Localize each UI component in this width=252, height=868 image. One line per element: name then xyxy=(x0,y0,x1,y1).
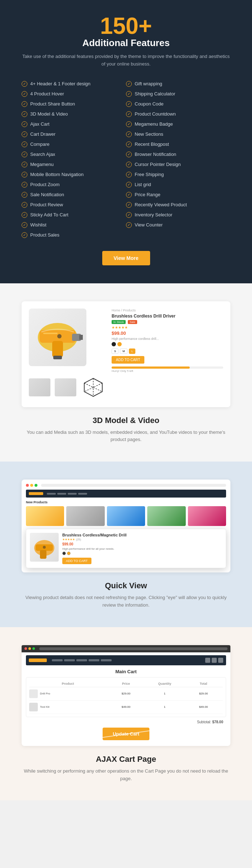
size-option-selected[interactable]: L xyxy=(129,348,135,354)
quickview-desc: Viewing product details does not need re… xyxy=(22,594,230,609)
feature-label: Cursor Pointer Design xyxy=(135,162,181,167)
feature-item: ✓ Recent Blogpost xyxy=(126,139,230,149)
check-icon: ✓ xyxy=(22,162,27,167)
view-more-button[interactable]: View More xyxy=(102,251,150,265)
modal-content: Brushless Cordless/Magnetic Drill ★★★★★ … xyxy=(62,533,222,564)
features-title: Additional Features xyxy=(22,37,230,49)
feature-item: ✓ Coupon Code xyxy=(126,99,230,109)
feature-item: ✓ Cursor Pointer Design xyxy=(126,159,230,170)
feature-label: Shipping Calculator xyxy=(135,91,175,96)
feature-item: ✓ Product Sales xyxy=(22,230,126,240)
modal-title: Brushless Cordless/Magnetic Drill xyxy=(62,533,222,537)
search-icon xyxy=(205,658,210,663)
feature-label: Ajax Cart xyxy=(30,121,49,127)
check-icon: ✓ xyxy=(126,101,132,107)
feature-item: ✓ Search Ajax xyxy=(22,149,126,159)
color-dot-black[interactable] xyxy=(112,342,116,346)
color-option[interactable] xyxy=(67,552,71,555)
cart-table: Product Price Quantity Total Drill Pro $… xyxy=(26,677,226,717)
cart-item-image xyxy=(29,689,38,698)
check-icon: ✓ xyxy=(22,222,27,228)
col-price: Price xyxy=(107,682,145,685)
feature-item: ✓ Product Countdown xyxy=(126,109,230,119)
feature-item: ✓ Mobile Bottom Navigation xyxy=(22,170,126,180)
feature-item: ✓ List grid xyxy=(126,180,230,190)
product-desc-mini: High performance cordless drill... xyxy=(112,337,223,341)
size-option[interactable]: M xyxy=(120,348,127,354)
nav-item xyxy=(57,493,66,495)
feature-label: Browser Notification xyxy=(135,152,176,157)
cart-page-title: Main Cart xyxy=(26,669,226,674)
store-logo xyxy=(29,658,47,662)
check-icon: ✓ xyxy=(22,101,27,107)
minimize-dot xyxy=(30,484,33,487)
cart-subtotal: Subtotal: $78.00 xyxy=(26,720,226,724)
check-icon: ✓ xyxy=(22,152,27,157)
feature-item: ✓ Megamenu xyxy=(22,159,126,170)
size-option[interactable]: S xyxy=(112,348,118,354)
logo-bar xyxy=(29,492,43,495)
feature-label: Recently Viewed Product xyxy=(135,202,187,207)
feature-label: Sticky Add To Cart xyxy=(30,212,68,217)
color-dot-yellow[interactable] xyxy=(117,342,122,346)
feature-label: Mobile Bottom Navigation xyxy=(30,172,84,177)
feature-label: Compare xyxy=(30,141,49,147)
feature-label: Wishlist xyxy=(30,222,46,228)
features-desc: Take use of the additional features prov… xyxy=(22,53,230,68)
nav-item xyxy=(47,493,56,495)
feature-label: Sale Notification xyxy=(30,192,64,197)
cart-item-qty: 1 xyxy=(145,705,184,709)
model-section-desc: You can add Media such as 3D models, emb… xyxy=(22,429,230,444)
color-option[interactable] xyxy=(62,552,66,555)
feature-item: ✓ 4 Product Hover xyxy=(22,89,126,99)
check-icon: ✓ xyxy=(22,121,27,127)
feature-item: ✓ Product Zoom xyxy=(22,180,126,190)
col-qty: Quantity xyxy=(145,682,184,685)
ajax-browser-bar xyxy=(22,645,230,652)
close-dot xyxy=(26,484,29,487)
nav-item xyxy=(52,659,63,661)
add-to-cart-button[interactable]: ADD TO CART xyxy=(112,356,144,364)
modal-add-to-cart-button[interactable]: ADD TO CART xyxy=(62,558,91,564)
check-icon: ✓ xyxy=(126,81,132,87)
breadcrumb: Home / Products xyxy=(112,309,223,312)
update-cart-button[interactable]: Update Cart xyxy=(103,728,149,740)
modal-product-image xyxy=(30,533,59,562)
cart-item-total: $29.00 xyxy=(184,692,223,695)
product-thumb xyxy=(107,506,145,526)
cart-table-header: Product Price Quantity Total xyxy=(29,680,223,687)
product-thumb xyxy=(66,506,104,526)
check-icon: ✓ xyxy=(22,202,27,208)
thumbnail-1 xyxy=(29,378,50,396)
expand-dot xyxy=(35,484,37,487)
cart-item-price: $29.00 xyxy=(107,692,145,695)
product-price: $99.00 xyxy=(112,330,223,336)
feature-label: View Counter xyxy=(135,222,163,228)
feature-label: Megamenu Badge xyxy=(135,121,173,127)
modal-rating: ★★★★★ (25) xyxy=(62,538,222,541)
check-icon: ✓ xyxy=(126,111,132,117)
check-icon: ✓ xyxy=(22,212,27,218)
ajax-section: Main Cart Product Price Quantity Total D… xyxy=(0,627,252,801)
minimize-dot xyxy=(28,647,31,650)
quickview-preview: New Products Brushless Cordless/Magnetic… xyxy=(22,480,230,572)
quickview-modal: Brushless Cordless/Magnetic Drill ★★★★★ … xyxy=(26,529,226,568)
feature-label: 4+ Header & 1 Footer design xyxy=(30,81,90,86)
feature-item: ✓ Price Range xyxy=(126,190,230,200)
svg-rect-14 xyxy=(40,550,46,559)
cart-row: Tool Kit $49.00 1 $49.00 xyxy=(29,701,223,714)
feature-label: Cart Drawer xyxy=(30,131,55,137)
feature-label: Megamenu xyxy=(30,162,54,167)
feature-item: ✓ Wishlist xyxy=(22,220,126,230)
svg-rect-4 xyxy=(79,335,83,340)
check-icon: ✓ xyxy=(126,212,132,218)
feature-item: ✓ Product Share Button xyxy=(22,99,126,109)
cart-item-total: $49.00 xyxy=(184,705,223,709)
check-icon: ✓ xyxy=(22,172,27,177)
feature-item: ✓ Free Shipping xyxy=(126,170,230,180)
header-icons xyxy=(205,658,223,663)
features-right-col: ✓ Gift wrapping ✓ Shipping Calculator ✓ … xyxy=(126,79,230,240)
check-icon: ✓ xyxy=(126,141,132,147)
cart-item-price: $49.00 xyxy=(107,705,145,709)
thumbnail-row xyxy=(29,375,106,400)
